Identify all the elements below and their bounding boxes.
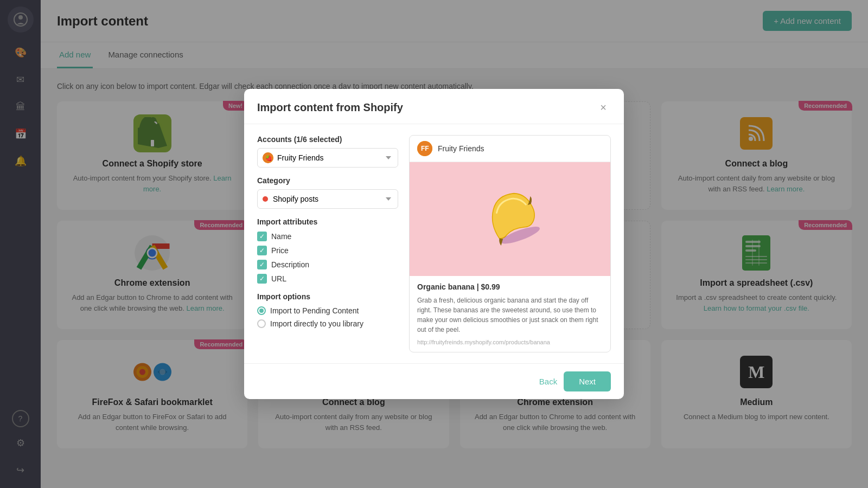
checkbox-description[interactable]: ✓ Description	[257, 260, 398, 269]
radio-pending[interactable]: Import to Pending Content	[257, 306, 398, 315]
category-label: Category	[257, 176, 398, 185]
checkbox-description-check: ✓	[257, 260, 267, 269]
modal-title: Import content from Shopify	[257, 101, 403, 114]
import-attributes-label: Import attributes	[257, 217, 398, 226]
preview-image	[410, 162, 610, 276]
modal-body: Accounts (1/6 selected) 🍓 Fruity Friends	[244, 124, 624, 363]
checkbox-price-check: ✓	[257, 246, 267, 255]
modal-right: FF Fruity Friends	[409, 135, 611, 352]
modal-footer: Back Next	[244, 363, 624, 399]
accounts-group: Accounts (1/6 selected) 🍓 Fruity Friends	[257, 135, 398, 168]
modal-header: Import content from Shopify ×	[244, 89, 624, 124]
preview-description: Grab a fresh, delicious organic banana a…	[417, 296, 603, 335]
preview-product-title: Organic banana | $0.99	[417, 282, 603, 291]
account-avatar: 🍓	[263, 152, 273, 163]
preview-card: FF Fruity Friends	[409, 135, 611, 352]
import-options-label: Import options	[257, 292, 398, 301]
import-attributes-group: Import attributes ✓ Name ✓ Price ✓ Descr	[257, 217, 398, 284]
modal: Import content from Shopify × Accounts (…	[244, 89, 624, 399]
preview-avatar: FF	[417, 141, 432, 156]
category-group: Category Shopify posts	[257, 176, 398, 209]
checkbox-url[interactable]: ✓ URL	[257, 274, 398, 284]
modal-overlay[interactable]: Import content from Shopify × Accounts (…	[0, 0, 868, 488]
preview-header: FF Fruity Friends	[410, 136, 610, 162]
checkbox-url-check: ✓	[257, 274, 267, 284]
checkbox-group: ✓ Name ✓ Price ✓ Description ✓	[257, 232, 398, 284]
svg-text:FF: FF	[421, 145, 429, 152]
radio-group: Import to Pending Content Import directl…	[257, 306, 398, 328]
accounts-label: Accounts (1/6 selected)	[257, 135, 398, 144]
svg-text:🍓: 🍓	[265, 155, 272, 162]
radio-library-dot	[257, 319, 266, 328]
accounts-select-wrapper: 🍓 Fruity Friends	[257, 148, 398, 168]
modal-close-button[interactable]: ×	[596, 100, 611, 115]
preview-body: Organic banana | $0.99 Grab a fresh, del…	[410, 276, 610, 352]
import-options-group: Import options Import to Pending Content…	[257, 292, 398, 328]
radio-library[interactable]: Import directly to you library	[257, 319, 398, 328]
back-button[interactable]: Back	[539, 377, 557, 386]
category-select[interactable]: Shopify posts	[257, 189, 398, 209]
checkbox-price[interactable]: ✓ Price	[257, 246, 398, 255]
banana-svg	[467, 184, 553, 254]
accounts-select[interactable]: Fruity Friends	[257, 148, 398, 168]
preview-account-name: Fruity Friends	[438, 144, 484, 153]
preview-url: http://fruityfreinds.myshopify.com/produ…	[417, 339, 603, 345]
checkbox-name[interactable]: ✓ Name	[257, 232, 398, 241]
checkbox-name-check: ✓	[257, 232, 267, 241]
radio-pending-dot	[257, 306, 266, 315]
next-button[interactable]: Next	[564, 371, 611, 391]
modal-left: Accounts (1/6 selected) 🍓 Fruity Friends	[257, 135, 398, 352]
